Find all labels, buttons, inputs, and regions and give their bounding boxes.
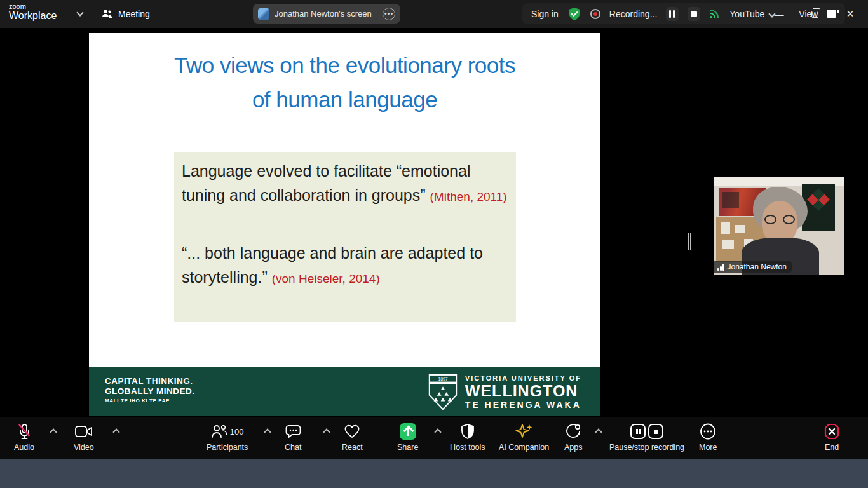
presentation-slide: Two views on the evolutionary roots of h… — [89, 33, 600, 416]
record-label: Pause/stop recording — [609, 443, 684, 452]
participant-name: Jonathan Newton — [728, 262, 787, 271]
react-button[interactable]: React — [342, 422, 363, 452]
share-screen-icon — [400, 423, 416, 440]
chevron-down-icon[interactable] — [76, 9, 83, 16]
host-tools-label: Host tools — [450, 443, 485, 452]
chat-chevron-icon[interactable] — [323, 428, 330, 435]
end-meeting-icon — [823, 422, 841, 441]
banner-tagline: CAPITAL THINKING. GLOBALLY MINDED. MAI I… — [105, 376, 195, 403]
more-button[interactable]: More — [699, 422, 717, 452]
close-icon: ✕ — [846, 8, 855, 20]
tagline-line2: GLOBALLY MINDED. — [105, 386, 195, 396]
quote-gap — [182, 209, 508, 241]
sign-in-button[interactable]: Sign in — [531, 9, 559, 19]
close-button[interactable]: ✕ — [832, 0, 868, 28]
university-name: VICTORIA UNIVERSITY OF WELLINGTON TE HER… — [465, 374, 581, 410]
shared-screen-content: Two views on the evolutionary roots of h… — [0, 28, 868, 417]
shared-screen-thumbnail — [258, 8, 269, 20]
pause-stop-recording-button[interactable]: Pause/stop recording — [599, 422, 695, 452]
apps-button[interactable]: Apps — [564, 422, 583, 452]
restore-icon — [811, 11, 818, 18]
host-tools-button[interactable]: Host tools — [450, 422, 485, 452]
glasses — [764, 215, 795, 225]
zoom-toolbar: Audio Video 100 Participants — [0, 417, 868, 459]
brand-zoom: zoom — [9, 3, 57, 10]
quote-box: Language evolved to facilitate “emotiona… — [174, 152, 516, 322]
more-ellipsis-icon — [699, 422, 717, 441]
ai-companion-label: AI Companion — [499, 443, 549, 452]
react-label: React — [342, 443, 363, 452]
share-button[interactable]: Share — [397, 422, 418, 452]
participants-chevron-icon[interactable] — [264, 428, 271, 435]
university-line3: TE HERENGA WAKA — [465, 400, 581, 410]
svg-text:1897: 1897 — [438, 376, 447, 381]
slide-title-line1: Two views on the evolutionary roots — [89, 48, 600, 83]
live-stream-icon — [709, 9, 721, 19]
zoom-workplace-logo: zoom Workplace — [9, 3, 57, 22]
record-controls-icon — [630, 422, 663, 441]
tagline-line3: MAI I TE IHO KI TE PAE — [105, 398, 195, 403]
end-button[interactable]: End — [823, 422, 841, 452]
participant-video[interactable]: Jonathan Newton — [714, 177, 844, 274]
video-panel-drag-handle[interactable] — [688, 233, 693, 250]
chat-button[interactable]: Chat — [285, 422, 301, 452]
chat-label: Chat — [285, 443, 301, 452]
recording-status: Recording... — [609, 9, 657, 19]
youtube-live-button[interactable]: YouTube — [729, 9, 764, 19]
university-line2: WELLINGTON — [465, 383, 581, 400]
brand-workplace: Workplace — [9, 10, 57, 22]
ai-sparkle-icon — [515, 422, 533, 441]
video-chevron-icon[interactable] — [112, 428, 119, 435]
shared-screen-tab[interactable]: Jonathan Newton's screen ••• — [253, 4, 400, 24]
camera-icon — [75, 422, 93, 441]
tab-meeting[interactable]: Meeting — [102, 5, 150, 23]
stop-recording-icon[interactable] — [648, 424, 663, 439]
tagline-line1: CAPITAL THINKING. — [105, 376, 195, 386]
microphone-muted-icon — [17, 422, 32, 441]
audio-button[interactable]: Audio — [14, 422, 34, 452]
quote-1: Language evolved to facilitate “emotiona… — [182, 159, 508, 209]
people-icon — [102, 9, 113, 19]
pause-recording-icon[interactable] — [666, 7, 679, 21]
heart-icon — [344, 422, 360, 441]
quote-2-citation: (von Heiseler, 2014) — [272, 272, 380, 285]
shared-screen-label: Jonathan Newton's screen — [275, 9, 377, 18]
participants-icon — [211, 424, 227, 439]
end-label: End — [825, 443, 839, 452]
university-logo: 1897 VICTORIA UNIVERSITY OF WELLINGTON T… — [428, 374, 581, 410]
university-line1: VICTORIA UNIVERSITY OF — [465, 374, 581, 383]
quote-1-citation: (Mithen, 2011) — [430, 190, 507, 203]
pause-recording-icon[interactable] — [630, 424, 646, 439]
more-options-icon[interactable]: ••• — [383, 8, 395, 20]
minimize-button[interactable]: — — [761, 0, 797, 28]
participant-name-tag: Jonathan Newton — [714, 261, 792, 273]
video-button[interactable]: Video — [74, 422, 94, 452]
ai-companion-button[interactable]: AI Companion — [499, 422, 549, 452]
minimize-icon: — — [775, 9, 784, 20]
university-shield-icon: 1897 — [428, 374, 458, 410]
participants-label: Participants — [207, 443, 248, 452]
audio-chevron-icon[interactable] — [50, 428, 57, 435]
restore-button[interactable] — [797, 0, 832, 28]
apps-label: Apps — [564, 443, 583, 452]
university-banner: CAPITAL THINKING. GLOBALLY MINDED. MAI I… — [89, 367, 600, 416]
apps-icon — [565, 422, 581, 441]
share-label: Share — [397, 443, 418, 452]
stop-recording-icon[interactable] — [688, 7, 700, 21]
more-label: More — [699, 443, 717, 452]
meeting-tab-label: Meeting — [118, 9, 150, 19]
slide-title: Two views on the evolutionary roots of h… — [89, 48, 600, 117]
audio-label: Audio — [14, 443, 34, 452]
zoom-title-bar: zoom Workplace Meeting Jonathan Newton's… — [0, 0, 868, 28]
slide-title-line2: of human language — [89, 83, 600, 117]
security-shield-icon[interactable] — [567, 7, 581, 21]
video-label: Video — [74, 443, 94, 452]
chat-bubble-icon — [285, 422, 301, 441]
window-controls: — ✕ — [761, 0, 868, 28]
host-tools-shield-icon — [461, 422, 475, 441]
signal-bars-icon — [717, 264, 724, 271]
share-chevron-icon[interactable] — [434, 428, 441, 435]
quote-1-text: Language evolved to facilitate “emotiona… — [182, 162, 470, 204]
participants-button[interactable]: 100 Participants — [207, 422, 248, 452]
quote-2: “... both language and brain are adapted… — [182, 241, 508, 291]
